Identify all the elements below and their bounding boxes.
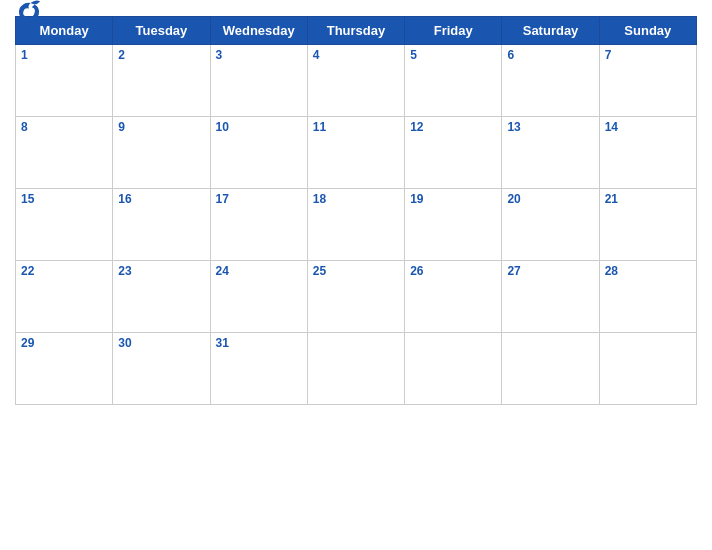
calendar-day-cell: 22 — [16, 261, 113, 333]
day-number: 30 — [118, 336, 204, 350]
calendar-day-cell: 30 — [113, 333, 210, 405]
calendar-day-cell: 21 — [599, 189, 696, 261]
day-number: 31 — [216, 336, 302, 350]
day-number: 11 — [313, 120, 399, 134]
day-number: 14 — [605, 120, 691, 134]
calendar-day-cell: 25 — [307, 261, 404, 333]
day-number: 3 — [216, 48, 302, 62]
calendar-day-cell: 13 — [502, 117, 599, 189]
calendar-day-cell: 8 — [16, 117, 113, 189]
day-number: 10 — [216, 120, 302, 134]
col-sunday: Sunday — [599, 17, 696, 45]
logo-icon — [15, 0, 43, 24]
day-number: 23 — [118, 264, 204, 278]
day-number: 18 — [313, 192, 399, 206]
calendar-day-cell: 28 — [599, 261, 696, 333]
calendar-day-cell: 29 — [16, 333, 113, 405]
day-number: 22 — [21, 264, 107, 278]
calendar-day-cell: 4 — [307, 45, 404, 117]
calendar-body: 1234567891011121314151617181920212223242… — [16, 45, 697, 405]
day-number: 27 — [507, 264, 593, 278]
calendar-table: Monday Tuesday Wednesday Thursday Friday… — [15, 16, 697, 405]
calendar-week-row: 891011121314 — [16, 117, 697, 189]
calendar-day-cell: 27 — [502, 261, 599, 333]
day-number: 20 — [507, 192, 593, 206]
day-number: 15 — [21, 192, 107, 206]
col-tuesday: Tuesday — [113, 17, 210, 45]
calendar-day-cell: 7 — [599, 45, 696, 117]
calendar-day-cell: 31 — [210, 333, 307, 405]
calendar-day-cell — [502, 333, 599, 405]
calendar-week-row: 1234567 — [16, 45, 697, 117]
calendar-week-row: 22232425262728 — [16, 261, 697, 333]
day-number: 8 — [21, 120, 107, 134]
calendar-day-cell: 17 — [210, 189, 307, 261]
calendar-thead: Monday Tuesday Wednesday Thursday Friday… — [16, 17, 697, 45]
day-number: 12 — [410, 120, 496, 134]
day-number: 28 — [605, 264, 691, 278]
calendar-day-cell: 15 — [16, 189, 113, 261]
calendar-day-cell: 23 — [113, 261, 210, 333]
calendar-day-cell: 12 — [405, 117, 502, 189]
calendar-day-cell: 24 — [210, 261, 307, 333]
calendar-day-cell: 2 — [113, 45, 210, 117]
day-number: 16 — [118, 192, 204, 206]
calendar-wrapper: Monday Tuesday Wednesday Thursday Friday… — [0, 0, 712, 550]
day-number: 26 — [410, 264, 496, 278]
day-number: 24 — [216, 264, 302, 278]
calendar-day-cell — [405, 333, 502, 405]
col-saturday: Saturday — [502, 17, 599, 45]
day-number: 4 — [313, 48, 399, 62]
calendar-day-cell: 1 — [16, 45, 113, 117]
day-number: 9 — [118, 120, 204, 134]
day-number: 2 — [118, 48, 204, 62]
calendar-day-cell: 6 — [502, 45, 599, 117]
calendar-day-cell — [599, 333, 696, 405]
calendar-day-cell: 14 — [599, 117, 696, 189]
calendar-day-cell: 26 — [405, 261, 502, 333]
day-number: 13 — [507, 120, 593, 134]
day-number: 1 — [21, 48, 107, 62]
col-thursday: Thursday — [307, 17, 404, 45]
calendar-day-cell: 9 — [113, 117, 210, 189]
col-friday: Friday — [405, 17, 502, 45]
logo — [15, 0, 47, 24]
day-number: 6 — [507, 48, 593, 62]
col-wednesday: Wednesday — [210, 17, 307, 45]
calendar-day-cell: 11 — [307, 117, 404, 189]
day-number: 21 — [605, 192, 691, 206]
day-number: 25 — [313, 264, 399, 278]
day-number: 17 — [216, 192, 302, 206]
calendar-day-cell: 20 — [502, 189, 599, 261]
calendar-day-cell: 5 — [405, 45, 502, 117]
calendar-day-cell: 16 — [113, 189, 210, 261]
day-number: 5 — [410, 48, 496, 62]
weekday-header-row: Monday Tuesday Wednesday Thursday Friday… — [16, 17, 697, 45]
calendar-day-cell — [307, 333, 404, 405]
calendar-week-row: 293031 — [16, 333, 697, 405]
day-number: 7 — [605, 48, 691, 62]
calendar-day-cell: 3 — [210, 45, 307, 117]
calendar-day-cell: 18 — [307, 189, 404, 261]
day-number: 29 — [21, 336, 107, 350]
day-number: 19 — [410, 192, 496, 206]
calendar-week-row: 15161718192021 — [16, 189, 697, 261]
calendar-day-cell: 19 — [405, 189, 502, 261]
calendar-day-cell: 10 — [210, 117, 307, 189]
